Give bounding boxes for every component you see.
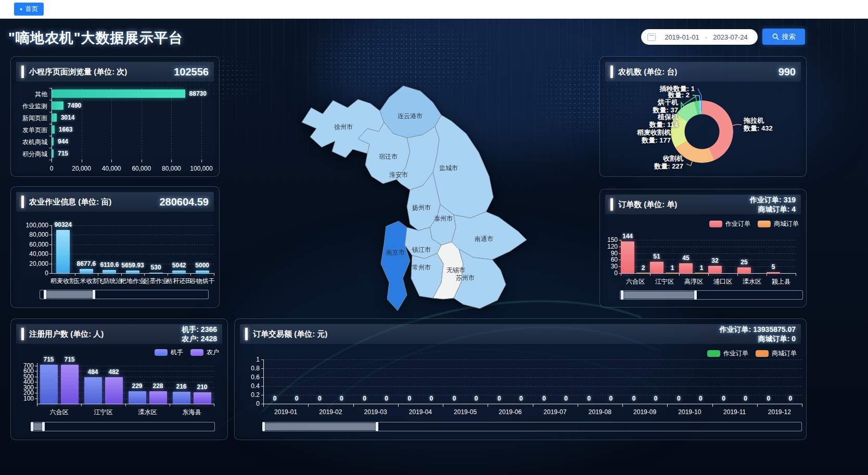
- datazoom-window[interactable]: [32, 423, 43, 430]
- panel-orders: 订单数 (单位: 单) 作业订单: 319 商城订单: 4 作业订单 商城订单 …: [599, 189, 807, 307]
- bar-category-label: 农机商城: [11, 138, 47, 147]
- data-bar: [129, 391, 146, 404]
- date-end-input[interactable]: 2023-07-24: [709, 33, 751, 41]
- y-tick-label: 0.2: [240, 391, 260, 399]
- bar-category-label: 高淳区: [678, 277, 709, 286]
- axis-tick: [82, 160, 82, 162]
- point-value-label: 0: [269, 395, 281, 402]
- point-value-label: 0: [359, 395, 371, 402]
- bar-value-label: 7490: [68, 102, 82, 109]
- donut-slice-label: 植保机数量: 114: [609, 113, 678, 129]
- donut-label-line: 稻麦收割机: [600, 129, 671, 136]
- axis-tick: [712, 404, 713, 407]
- x-tick-label: 2019-07: [538, 408, 573, 416]
- axis-tick: [81, 404, 82, 406]
- stat-work-orders: 作业订单: 319: [750, 195, 796, 204]
- x-tick-label: 2019-04: [403, 408, 438, 416]
- y-tick-label: 120: [600, 243, 618, 250]
- axis-tick: [142, 160, 142, 162]
- point-value-label: 0: [403, 395, 416, 402]
- panel-users-stats: 机手: 2366 农户: 2428: [182, 325, 217, 343]
- farming-chart: 020,00040,00060,00080,000100,00090324稻麦收…: [11, 216, 219, 286]
- datazoom-handle-left[interactable]: [621, 290, 623, 300]
- point-value-label: 0: [515, 395, 527, 402]
- panel-transactions-stats: 作业订单: 13935875.07 商城订单: 0: [720, 325, 796, 343]
- search-button-label: 搜索: [782, 32, 796, 42]
- donut-slice-label: 拖拉机数量: 432: [744, 117, 802, 133]
- axis-tick: [98, 273, 98, 276]
- datazoom-handle-right[interactable]: [376, 422, 378, 431]
- point-value-label: 0: [605, 395, 617, 402]
- grid-line: [82, 88, 82, 160]
- axis-tick: [443, 404, 443, 407]
- axis-tick: [49, 88, 52, 88]
- y-tick-label: 40,000: [11, 250, 48, 258]
- farming-datazoom[interactable]: [40, 290, 209, 299]
- datazoom-handle-left[interactable]: [31, 422, 33, 431]
- y-tick-label: 0.4: [240, 382, 260, 390]
- datazoom-window[interactable]: [622, 291, 695, 299]
- header-accent-bar: [245, 328, 248, 340]
- x-tick-label: 100,000: [187, 165, 216, 172]
- x-tick-label: 2019-06: [492, 408, 528, 416]
- data-bar: [149, 273, 163, 274]
- data-bar: [52, 101, 63, 110]
- bar-value-label: 715: [58, 150, 68, 157]
- y-tick-label: 60,000: [11, 241, 48, 248]
- bar-category-label: 其他: [11, 90, 47, 99]
- axis-tick: [667, 404, 668, 407]
- data-bar: [52, 125, 55, 134]
- x-tick-label: 2019-11: [717, 408, 752, 416]
- header-accent-bar: [21, 66, 24, 78]
- search-button[interactable]: 搜索: [762, 29, 805, 45]
- point-value-label: 0: [583, 395, 595, 402]
- date-start-input[interactable]: 2019-01-01: [661, 33, 703, 41]
- bar-value-label: 90324: [45, 221, 81, 228]
- data-bar: [666, 273, 679, 274]
- donut-label-line: 数量: 432: [744, 124, 802, 132]
- grid-line: [263, 377, 802, 378]
- axis-tick: [737, 273, 738, 276]
- datazoom-handle-right[interactable]: [42, 422, 45, 431]
- data-bar: [103, 270, 116, 273]
- data-bar: [126, 271, 139, 273]
- map-city-label: 无锡市: [446, 266, 465, 274]
- point-value-label: 0: [784, 395, 797, 402]
- axis-tick: [767, 273, 767, 276]
- users-datazoom[interactable]: [32, 422, 215, 431]
- datazoom-window[interactable]: [45, 291, 94, 298]
- datazoom-handle-right[interactable]: [93, 290, 95, 299]
- grid-line: [111, 88, 112, 160]
- point-value-label: 0: [470, 395, 482, 402]
- bar-category-label: 作业监测: [11, 102, 47, 111]
- panel-transactions: 订单交易额 (单位: 元) 作业订单: 13935875.07 商城订单: 0 …: [234, 318, 807, 440]
- datazoom-handle-left[interactable]: [262, 422, 265, 431]
- axis-tick: [802, 404, 802, 407]
- transactions-legend[interactable]: 作业订单 商城订单: [707, 349, 797, 358]
- legend-item-mall-amount[interactable]: 商城订单: [756, 349, 797, 358]
- date-range-picker[interactable]: 2019-01-01 - 2023-07-24: [641, 29, 758, 45]
- donut-label-line: 拖拉机: [744, 117, 802, 124]
- map-city-label: 南京市: [386, 249, 405, 256]
- map-city-label: 苏州市: [456, 274, 475, 281]
- point-value-label: 0: [313, 395, 326, 402]
- jiangsu-map[interactable]: 徐州市连云港市宿迁市淮安市盐城市扬州市泰州市南通市南京市镇江市常州市无锡市苏州市: [291, 68, 552, 317]
- date-separator: -: [703, 33, 709, 41]
- datazoom-handle-left[interactable]: [44, 290, 46, 299]
- donut-slice-label: 插秧数量: 1: [615, 85, 695, 93]
- point-value-label: 0: [493, 395, 505, 402]
- y-tick-label: 1: [240, 356, 260, 363]
- x-tick-label: 2019-12: [762, 408, 797, 416]
- map-region-nanjing[interactable]: [381, 221, 410, 311]
- transactions-datazoom[interactable]: [263, 422, 802, 431]
- datazoom-window[interactable]: [264, 423, 377, 430]
- axis-tick: [125, 404, 126, 406]
- orders-datazoom[interactable]: [620, 290, 803, 300]
- tab-home[interactable]: ● 首页: [14, 3, 44, 16]
- donut-slice-label: 烘干机数量: 37: [609, 98, 678, 114]
- bar-category-label: 六合区: [620, 277, 651, 286]
- legend-item-work-amount[interactable]: 作业订单: [707, 349, 748, 358]
- dashboard-stage: "嘀地农机"大数据展示平台 2019-01-01 - 2023-07-24 搜索: [0, 18, 868, 475]
- tab-active-dot: ●: [20, 7, 22, 11]
- datazoom-handle-right[interactable]: [694, 290, 697, 300]
